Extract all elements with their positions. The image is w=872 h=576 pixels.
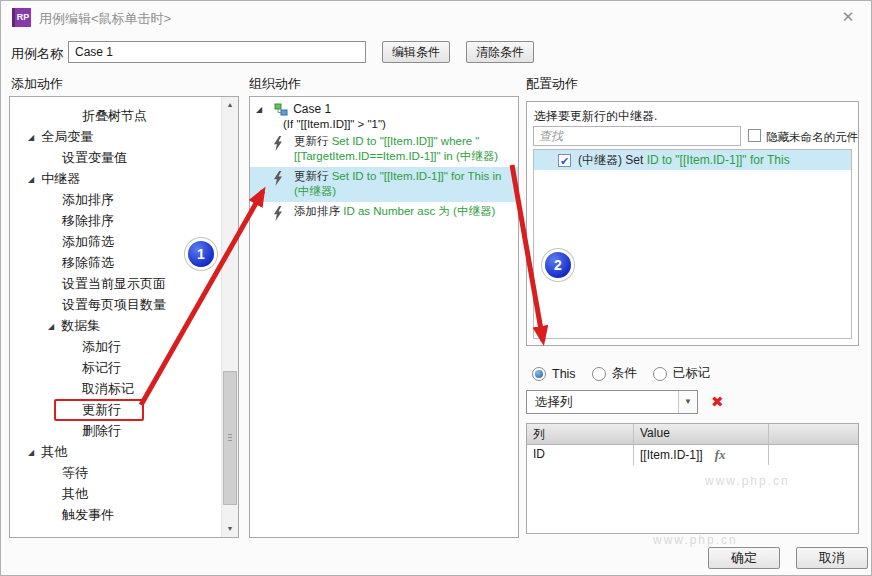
tree-item-15[interactable]: 删除行 bbox=[10, 420, 221, 441]
search-input[interactable] bbox=[533, 126, 741, 146]
tree-item-3[interactable]: ◢中继器 bbox=[10, 168, 221, 189]
tree-item-14[interactable]: 更新行 bbox=[10, 399, 221, 420]
close-icon[interactable]: ✕ bbox=[837, 7, 859, 27]
value-table-body: ID[[Item.ID-1]]fx bbox=[527, 445, 858, 465]
tree-item-7[interactable]: 移除筛选 bbox=[10, 252, 221, 273]
repeater-item-desc: ID to "[[Item.ID-1]]" for This bbox=[647, 153, 790, 167]
organize-actions-header: 组织动作 bbox=[249, 75, 301, 93]
tree-item-label: 设置变量值 bbox=[62, 150, 127, 165]
case-actions: 更新行 Set ID to "[[Item.ID]]" where "[[Tar… bbox=[250, 132, 518, 222]
tree-item-label: 移除筛选 bbox=[62, 255, 114, 270]
column-select-value: 选择列 bbox=[535, 395, 573, 409]
left-panel-scrollbar[interactable]: ▲ ▼ bbox=[221, 97, 238, 537]
lightning-icon bbox=[273, 136, 283, 151]
tree-item-label: 添加筛选 bbox=[62, 234, 114, 249]
triangle-expand-icon[interactable]: ◢ bbox=[28, 127, 34, 148]
tree-item-2[interactable]: 设置变量值 bbox=[10, 147, 221, 168]
tree-item-label: 折叠树节点 bbox=[82, 108, 147, 123]
configure-instruction: 选择要更新行的中继器. bbox=[534, 108, 657, 125]
edit-condition-button[interactable]: 编辑条件 bbox=[382, 41, 450, 63]
row-target-radio-group: This 条件 已标记 bbox=[532, 365, 710, 382]
case-editor-dialog: RP 用例编辑<鼠标单击时> ✕ 用例名称 编辑条件 清除条件 添加动作 组织动… bbox=[0, 0, 872, 576]
radio-condition-label: 条件 bbox=[612, 365, 637, 382]
fx-icon[interactable]: fx bbox=[715, 447, 726, 462]
cell-blank bbox=[769, 445, 858, 465]
tree-item-1[interactable]: ◢全局变量 bbox=[10, 126, 221, 147]
case-icon bbox=[274, 103, 288, 116]
watermark: www.php.cn bbox=[653, 533, 738, 547]
table-row[interactable]: ID[[Item.ID-1]]fx bbox=[527, 445, 858, 465]
chevron-down-icon[interactable]: ▼ bbox=[678, 391, 697, 413]
action-tree: 折叠树节点◢全局变量设置变量值◢中继器添加排序移除排序添加筛选移除筛选设置当前显… bbox=[10, 105, 221, 525]
cell-column: ID bbox=[527, 445, 634, 465]
cell-value[interactable]: [[Item.ID-1]] bbox=[640, 448, 703, 462]
action-name: 添加排序 bbox=[294, 205, 343, 217]
tree-item-label: 数据集 bbox=[61, 318, 100, 333]
column-select-dropdown[interactable]: 选择列 ▼ bbox=[526, 390, 698, 414]
tree-item-18[interactable]: 其他 bbox=[10, 483, 221, 504]
tree-item-label: 其他 bbox=[41, 444, 67, 459]
scrollbar-grip-icon bbox=[228, 434, 232, 441]
clear-condition-button[interactable]: 清除条件 bbox=[466, 41, 534, 63]
triangle-expand-icon[interactable]: ◢ bbox=[256, 105, 262, 114]
radio-marked[interactable]: 已标记 bbox=[653, 365, 711, 382]
header-value: Value bbox=[634, 424, 769, 444]
scrollbar-thumb[interactable] bbox=[223, 371, 237, 505]
case-name-label: 用例名称 bbox=[11, 45, 63, 63]
tree-item-label: 更新行 bbox=[82, 402, 121, 417]
cancel-button[interactable]: 取消 bbox=[796, 547, 868, 569]
tree-item-12[interactable]: 标记行 bbox=[10, 357, 221, 378]
case-label: Case 1 bbox=[293, 102, 331, 116]
case-condition: (If "[[Item.ID]]" > "1") bbox=[250, 117, 518, 132]
column-value-table: 列 Value ID[[Item.ID-1]]fx bbox=[526, 423, 859, 534]
organize-actions-panel: ◢ Case 1 (If "[[Item.ID]]" > "1") 更新行 Se… bbox=[249, 96, 519, 538]
tree-item-13[interactable]: 取消标记 bbox=[10, 378, 221, 399]
tree-item-4[interactable]: 添加排序 bbox=[10, 189, 221, 210]
tree-item-0[interactable]: 折叠树节点 bbox=[10, 105, 221, 126]
hide-unnamed-checkbox[interactable] bbox=[748, 129, 761, 142]
case-name-input[interactable] bbox=[68, 41, 366, 63]
add-actions-panel: 折叠树节点◢全局变量设置变量值◢中继器添加排序移除排序添加筛选移除筛选设置当前显… bbox=[9, 96, 239, 538]
tree-item-label: 等待 bbox=[62, 465, 88, 480]
tree-item-9[interactable]: 设置每页项目数量 bbox=[10, 294, 221, 315]
tree-item-10[interactable]: ◢数据集 bbox=[10, 315, 221, 336]
ok-button[interactable]: 确定 bbox=[708, 547, 780, 569]
checked-checkbox[interactable]: ✔ bbox=[558, 154, 571, 167]
tree-item-6[interactable]: 添加筛选 bbox=[10, 231, 221, 252]
tree-item-label: 设置每页项目数量 bbox=[62, 297, 166, 312]
tree-item-label: 移除排序 bbox=[62, 213, 114, 228]
triangle-expand-icon[interactable]: ◢ bbox=[28, 442, 34, 463]
tree-item-19[interactable]: 触发事件 bbox=[10, 504, 221, 525]
radio-selected-icon[interactable] bbox=[532, 367, 546, 381]
tree-item-5[interactable]: 移除排序 bbox=[10, 210, 221, 231]
repeater-list-item[interactable]: ✔ (中继器) Set ID to "[[Item.ID-1]]" for Th… bbox=[534, 150, 851, 170]
remove-column-icon[interactable]: ✖ bbox=[711, 393, 724, 411]
triangle-expand-icon[interactable]: ◢ bbox=[28, 169, 34, 190]
case-node[interactable]: ◢ Case 1 bbox=[250, 97, 518, 117]
tree-item-11[interactable]: 添加行 bbox=[10, 336, 221, 357]
triangle-expand-icon[interactable]: ◢ bbox=[48, 316, 54, 337]
action-name: 更新行 bbox=[294, 135, 332, 147]
case-action-1[interactable]: 更新行 Set ID to "[[Item.ID-1]]" for This i… bbox=[250, 167, 518, 202]
action-name: 更新行 bbox=[294, 170, 332, 182]
tree-item-label: 删除行 bbox=[82, 423, 121, 438]
radio-condition[interactable]: 条件 bbox=[592, 365, 637, 382]
radio-this[interactable]: This bbox=[532, 367, 576, 381]
tree-item-label: 添加行 bbox=[82, 339, 121, 354]
radio-marked-label: 已标记 bbox=[673, 365, 711, 382]
header-column: 列 bbox=[527, 424, 634, 444]
case-action-0[interactable]: 更新行 Set ID to "[[Item.ID]]" where "[[Tar… bbox=[250, 132, 518, 167]
scroll-up-icon[interactable]: ▲ bbox=[222, 97, 238, 113]
case-action-2[interactable]: 添加排序 ID as Number asc 为 (中继器) bbox=[250, 202, 518, 222]
tree-item-17[interactable]: 等待 bbox=[10, 462, 221, 483]
tree-item-label: 设置当前显示页面 bbox=[62, 276, 166, 291]
scroll-down-icon[interactable]: ▼ bbox=[222, 521, 238, 537]
repeater-item-name: (中继器) Set bbox=[578, 153, 643, 167]
add-actions-header: 添加动作 bbox=[11, 75, 63, 93]
tree-item-16[interactable]: ◢其他 bbox=[10, 441, 221, 462]
tree-item-label: 其他 bbox=[62, 486, 88, 501]
tree-item-8[interactable]: 设置当前显示页面 bbox=[10, 273, 221, 294]
radio-icon[interactable] bbox=[653, 367, 667, 381]
radio-icon[interactable] bbox=[592, 367, 606, 381]
tree-item-label: 全局变量 bbox=[41, 129, 93, 144]
